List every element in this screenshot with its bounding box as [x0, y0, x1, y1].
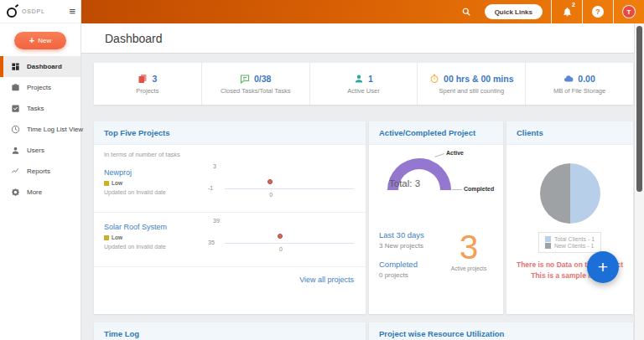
stat-label: Closed Tasks/Total Tasks	[221, 87, 291, 95]
sidebar-item-label: Users	[27, 147, 44, 154]
clients-card: Clients Total Clients - 1 New Clients - …	[506, 121, 633, 314]
project-updated-text: Updated on Invalid date	[104, 244, 196, 250]
documents-copy-icon	[138, 74, 148, 84]
sidebar-item-label: Time Log List View	[27, 126, 83, 133]
sidebar-item-dashboard[interactable]: Dashboard	[0, 56, 80, 77]
page-title: Dashboard	[105, 32, 163, 45]
sidebar-item-users[interactable]: Users	[0, 140, 80, 161]
card-title: Project wise Resource Utilization	[369, 322, 633, 340]
legend-label: Total Clients - 1	[554, 236, 595, 242]
card-title: Active/Completed Project	[369, 121, 503, 145]
notifications-button[interactable]: 2	[552, 0, 582, 23]
sidebar-item-label: Reports	[27, 167, 50, 175]
avatar: T	[622, 5, 636, 18]
active-completed-project-card: Active/Completed Project Active Complete…	[369, 121, 503, 314]
stat-value: 1	[368, 74, 373, 84]
stat-card-active-user[interactable]: 1 Active User	[310, 63, 418, 105]
sidebar-item-time-log-list-view[interactable]: Time Log List View	[0, 119, 80, 140]
sidebar-header: OSDPL ≡	[0, 0, 80, 23]
card-title: Clients	[506, 121, 633, 145]
chart-axis-line	[225, 188, 354, 189]
gauge-active-label: Active	[446, 150, 464, 156]
last-30-days-link[interactable]: Last 30 days	[379, 230, 443, 240]
cloud-icon	[564, 74, 574, 84]
stat-value: 3	[152, 74, 157, 84]
stat-card-file-storage[interactable]: 0.00 MB of File Storage	[526, 63, 633, 105]
active-completed-gauge: Active Completed Total: 3	[369, 145, 503, 217]
view-all-projects-link[interactable]: View all projects	[94, 267, 366, 292]
person-icon	[11, 146, 20, 155]
new-button[interactable]: + New	[14, 32, 66, 49]
legend-item: New Clients - 1	[545, 243, 595, 249]
main-content: 3 Projects 0/38 Closed Tasks/Total Tasks	[81, 54, 644, 340]
logo-ring	[7, 8, 17, 18]
chat-bubble-icon	[240, 74, 250, 84]
sidebar-item-reports[interactable]: Reports	[0, 161, 80, 182]
stat-label: Spent and still counting	[439, 87, 505, 95]
priority-label: Low	[112, 180, 122, 186]
sidebar-item-projects[interactable]: Projects	[0, 77, 80, 98]
time-log-card: Time Log	[94, 322, 366, 340]
legend-swatch	[545, 236, 551, 242]
stat-card-time-spent[interactable]: 00 hrs & 00 mins Spent and still countin…	[418, 63, 526, 105]
stat-card-closed-tasks[interactable]: 0/38 Closed Tasks/Total Tasks	[202, 63, 310, 105]
stat-card-projects[interactable]: 3 Projects	[94, 63, 202, 105]
priority-swatch	[104, 181, 109, 186]
card-title: Time Log	[94, 322, 366, 340]
pie-legend: Total Clients - 1 New Clients - 1	[538, 232, 601, 253]
chart-data-point	[267, 179, 273, 184]
priority-label: Low	[112, 234, 122, 240]
active-projects-caption: Active projects	[443, 265, 495, 271]
trend-line-icon	[11, 167, 20, 176]
x-axis-tick: 0	[269, 192, 273, 198]
project-tasks-chart: 39 35 0	[196, 214, 359, 261]
help-icon: ?	[592, 6, 604, 18]
sidebar-item-tasks[interactable]: Tasks	[0, 98, 80, 119]
project-updated-text: Updated on Invalid date	[104, 189, 196, 195]
stats-row: 3 Projects 0/38 Closed Tasks/Total Tasks	[94, 63, 633, 105]
logo-text: OSDPL	[22, 8, 69, 14]
clock-icon	[11, 125, 20, 134]
project-name-link[interactable]: Solar Roof System	[104, 223, 196, 231]
user-menu-button[interactable]: T	[614, 0, 644, 23]
sidebar-item-label: More	[27, 188, 42, 196]
y-axis-tick: 39	[213, 218, 220, 224]
active-projects-count: 3	[443, 230, 495, 264]
sidebar-nav: Dashboard Projects Tasks Time Log List V…	[0, 56, 80, 203]
gear-icon	[11, 188, 20, 197]
plus-icon: +	[29, 36, 34, 45]
new-projects-text: 3 New projects	[379, 242, 443, 250]
hamburger-menu-icon[interactable]: ≡	[69, 6, 75, 17]
stat-label: MB of File Storage	[553, 87, 605, 95]
sidebar-item-label: Dashboard	[27, 63, 62, 70]
gauge-leader-line	[434, 153, 444, 157]
check-square-icon	[11, 104, 20, 113]
project-row: Solar Roof System Low Updated on Invalid…	[94, 213, 366, 267]
legend-label: New Clients - 1	[554, 243, 594, 249]
stopwatch-icon	[429, 74, 439, 84]
legend-item: Total Clients - 1	[545, 236, 595, 242]
chart-axis-line	[225, 243, 354, 244]
search-icon[interactable]	[456, 7, 476, 17]
scrollbar-thumb[interactable]	[636, 26, 642, 192]
project-row: Newproj Low Updated on Invalid date 3 -1…	[94, 158, 366, 213]
notification-badge: 2	[572, 2, 575, 8]
y-axis-tick: 35	[208, 240, 215, 245]
stat-value: 0/38	[254, 74, 271, 84]
completed-link[interactable]: Completed	[379, 260, 443, 269]
legend-swatch	[545, 243, 551, 249]
project-name-link[interactable]: Newproj	[104, 168, 196, 177]
clients-pie-chart	[540, 163, 600, 224]
cards-row: Top Five Projects In terms of number of …	[94, 121, 633, 314]
new-button-label: New	[38, 37, 51, 44]
gauge-total-label: Total: 3	[389, 178, 420, 188]
quick-links-button[interactable]: Quick Links	[485, 4, 543, 19]
vertical-scrollbar[interactable]	[634, 23, 644, 340]
stat-value: 0.00	[578, 74, 595, 84]
add-fab-button[interactable]: +	[587, 251, 619, 283]
briefcase-icon	[11, 83, 20, 92]
y-axis-tick: 3	[213, 163, 216, 169]
gauge-completed-label: Completed	[464, 186, 494, 192]
help-button[interactable]: ?	[583, 0, 613, 23]
sidebar-item-more[interactable]: More	[0, 182, 80, 203]
